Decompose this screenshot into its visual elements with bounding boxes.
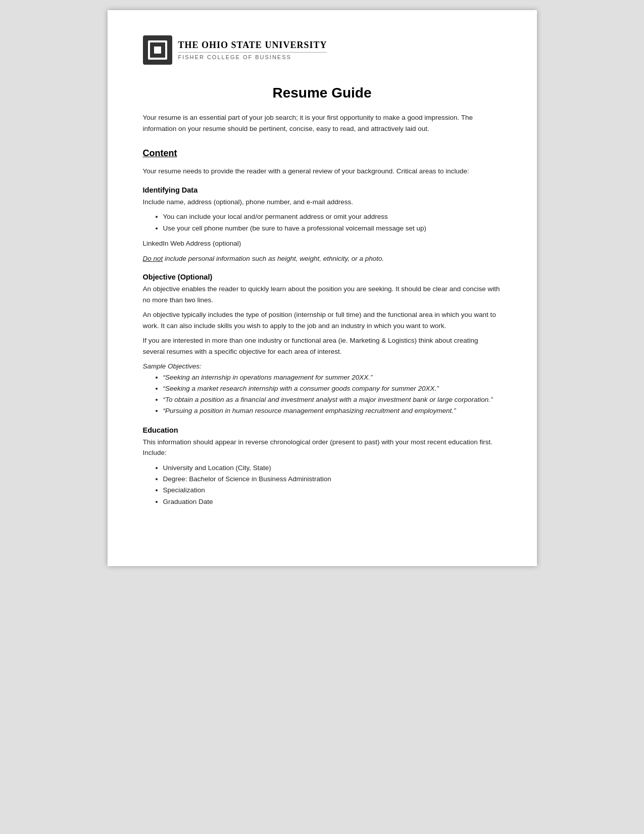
university-logo-icon — [143, 35, 172, 65]
sample-label: Sample Objectives: — [143, 362, 502, 370]
identifying-data-heading: Identifying Data — [143, 186, 502, 194]
list-item: University and Location (City, State) — [163, 462, 502, 474]
identifying-data-text: Include name, address (optional), phone … — [143, 197, 502, 208]
page-header: The Ohio State University Fisher College… — [143, 35, 502, 70]
college-name: Fisher College of Business — [178, 52, 327, 60]
content-heading: Content — [143, 148, 502, 159]
do-not-label: Do not — [143, 255, 163, 262]
do-not-text: Do not include personal information such… — [143, 253, 502, 264]
sample-objectives-list: “Seeking an internship in operations man… — [163, 372, 502, 417]
university-name: The Ohio State University — [178, 40, 327, 51]
list-item: “Pursuing a position in human resource m… — [163, 405, 502, 416]
objective-heading: Objective (Optional) — [143, 273, 502, 281]
logo-container: The Ohio State University Fisher College… — [143, 35, 327, 65]
list-item: “Seeking an internship in operations man… — [163, 372, 502, 383]
resume-guide-page: The Ohio State University Fisher College… — [108, 10, 537, 566]
education-bullets: University and Location (City, State) De… — [163, 462, 502, 507]
list-item: “Seeking a market research internship wi… — [163, 383, 502, 394]
list-item: You can include your local and/or perman… — [163, 211, 502, 222]
list-item: “To obtain a position as a financial and… — [163, 394, 502, 405]
do-not-rest: include personal information such as hei… — [163, 255, 384, 262]
identifying-data-bullets: You can include your local and/or perman… — [163, 211, 502, 234]
logo-text: The Ohio State University Fisher College… — [178, 40, 327, 60]
education-heading: Education — [143, 426, 502, 434]
list-item: Specialization — [163, 485, 502, 496]
objective-para2: An objective typically includes the type… — [143, 309, 502, 331]
page-title: Resume Guide — [143, 85, 502, 101]
list-item: Graduation Date — [163, 496, 502, 507]
list-item: Use your cell phone number (be sure to h… — [163, 223, 502, 234]
education-para1: This information should appear in revers… — [143, 437, 502, 458]
list-item: Degree: Bachelor of Science in Business … — [163, 474, 502, 485]
linkedin-text: LinkedIn Web Address (optional) — [143, 238, 502, 249]
objective-para3: If you are interested in more than one i… — [143, 335, 502, 357]
intro-paragraph: Your resume is an essential part of your… — [143, 112, 502, 134]
content-intro: Your resume needs to provide the reader … — [143, 166, 502, 177]
objective-para1: An objective enables the reader to quick… — [143, 284, 502, 305]
